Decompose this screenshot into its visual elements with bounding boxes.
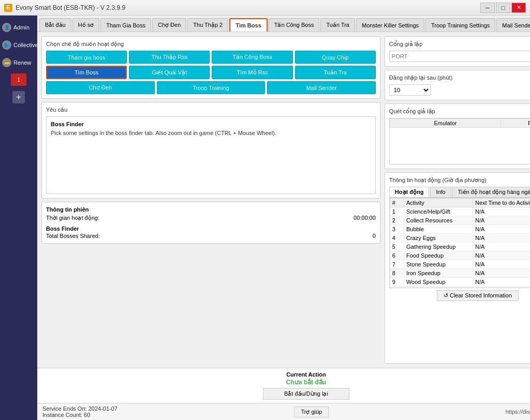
session-section: Thông tin phiên Thời gian hoạt động: 00:… (41, 202, 380, 244)
sidebar-label-collective: Collective (13, 42, 38, 48)
activity-col-activity: Activity (404, 199, 473, 207)
mode-btn-tim-boss[interactable]: Tìm Boss (46, 66, 127, 79)
req-title: Boss Finder (51, 121, 371, 127)
login-interval-select[interactable]: 10 15 20 30 (389, 84, 431, 96)
requirements-section: Yêu cầu Boss Finder Pick some settings i… (41, 102, 380, 199)
close-button[interactable]: ✕ (511, 3, 526, 13)
app-icon: E (4, 4, 12, 12)
tab-tan-cong-boss[interactable]: Tấn Công Boss (269, 18, 320, 32)
port-section-title: Cổng giả lập (389, 41, 530, 48)
activity-row: 4 Crazy Eggs N/A (390, 234, 530, 243)
activity-section-title: Thông tin hoạt động (Giờ địa phương) (389, 177, 530, 184)
sidebar-label-renew: Renew (13, 59, 31, 66)
minimize-button[interactable]: ─ (480, 3, 495, 13)
activity-row: 6 Food Speedup N/A (390, 251, 530, 260)
tab-ho-so[interactable]: Hồ sơ (72, 18, 100, 32)
admin-icon: 👤 (2, 23, 11, 32)
bf-bosses-label: Total Bosses Shared: (46, 233, 100, 239)
mode-btn-giet-quai-vat[interactable]: Giết Quái Vật (129, 66, 210, 79)
tab-mail-sender[interactable]: Mail Sender Settings (496, 18, 530, 32)
current-action-status: Chưa bắt đầu (41, 379, 530, 386)
footer: Service Ends On: 2024-01-07 Instance Cou… (37, 403, 530, 420)
activity-tabs: Hoạt động Info Tiến độ hoạt động hàng ng… (389, 187, 530, 198)
scan-col-emulator: Emulator (390, 119, 500, 128)
discord-link: https://discord.gg/rRthpfA (506, 409, 530, 415)
maximize-button[interactable]: □ (496, 3, 510, 13)
req-text: Pick some settings in the boss finder ta… (51, 129, 371, 137)
mode-btn-tim-mo-rss[interactable]: Tìm Mỏ Rss (212, 66, 292, 79)
mode-btn-tham-gia-boss[interactable]: Tham gia boss (46, 51, 127, 64)
activity-col-next: Next Time to do Activity (473, 199, 530, 207)
sidebar-number: 1 (11, 73, 26, 86)
sidebar-item-admin[interactable]: 👤 Admin (0, 20, 37, 35)
tab-troop-training[interactable]: Troop Training Settings (425, 18, 495, 32)
renew-icon: 💳 (2, 58, 11, 67)
mode-btn-cho-den[interactable]: Chợ Đen (46, 81, 155, 94)
service-ends: Service Ends On: 2024-01-07 (42, 406, 117, 412)
mode-section-title: Chọn chế độ muốn hoạt động (46, 41, 376, 48)
login-section: Đăng nhập lại sau (phút) 10 15 20 30 (385, 70, 530, 100)
mode-btn-troop-training[interactable]: Troop Training (157, 81, 266, 94)
title-bar: E Evony Smart Bot (ESB-TKR) - V 2.3.9.9 … (0, 0, 530, 16)
activity-row: 9 Wood Speedup N/A (390, 278, 530, 287)
requirements-box: Boss Finder Pick some settings in the bo… (46, 116, 376, 194)
activity-col-num: # (390, 199, 404, 207)
inner-tab-hoat-dong[interactable]: Hoạt động (389, 187, 430, 197)
current-action-label: Current Action (41, 371, 530, 378)
bf-title: Boss Finder (46, 226, 376, 232)
sidebar-add-button[interactable]: + (12, 91, 25, 103)
inner-tab-tien-do[interactable]: Tiến độ hoạt động hàng ngày (452, 187, 530, 197)
inner-tab-info[interactable]: Info (430, 187, 451, 197)
window-title: Evony Smart Bot (ESB-TKR) - V 2.3.9.9 (16, 4, 480, 11)
activity-row: 10 Viking Spawn N/A (390, 287, 530, 289)
mode-btn-mail-sender[interactable]: Mail Sender (267, 81, 376, 94)
instance-count: Instance Count: 60 (42, 412, 117, 418)
tab-tim-boss[interactable]: Tìm Boss (229, 18, 268, 32)
mode-btn-tuan-tra[interactable]: Tuần Tra (295, 66, 376, 79)
current-action-section: Current Action Chưa bắt đầu Bắt đầu/Dừng… (37, 368, 530, 403)
bf-bosses-value: 0 (373, 233, 376, 239)
start-stop-button[interactable]: Bắt đầu/Dừng lại (263, 388, 349, 400)
sidebar: 👤 Admin 👥 Collective 💳 Renew 1 + (0, 16, 37, 420)
mode-btn-thu-thap-rss[interactable]: Thu Thập Rss (129, 51, 210, 64)
clear-stored-button[interactable]: ↺ Clear Stored Information (437, 290, 519, 301)
activity-table-scroll[interactable]: # Activity Next Time to do Activity R 1 … (389, 198, 530, 288)
activity-section: Thông tin hoạt động (Giờ địa phương) Hoạ… (385, 172, 530, 364)
scan-empty-row (390, 128, 530, 159)
help-button[interactable]: Trợ giúp (294, 407, 329, 417)
tab-tham-gia-boss[interactable]: Tham Gia Boss (100, 18, 151, 32)
session-title: Thông tin phiên (46, 206, 376, 213)
window-controls: ─ □ ✕ (480, 3, 526, 13)
mode-btn-tan-cong-boss[interactable]: Tấn Công Boss (212, 51, 292, 64)
scan-col-port: Port (501, 119, 530, 128)
scan-section: Quét cổng giả lập Emulator Port (385, 103, 530, 169)
tab-tuan-tra[interactable]: Tuần Tra (320, 18, 355, 32)
activity-row: 3 Bubble N/A (390, 225, 530, 234)
port-section: Cổng giả lập (385, 36, 530, 67)
activity-row: 2 Collect Resources N/A (390, 216, 530, 225)
tab-bat-dau[interactable]: Bắt đầu (39, 18, 71, 32)
activity-row: 1 Science/Help/Gift N/A (390, 207, 530, 216)
activity-row: 8 Iron Speedup N/A (390, 269, 530, 278)
activity-row: 5 Gathering Speedup N/A (390, 243, 530, 251)
tab-thu-thap[interactable]: Thu Thập 2 (187, 18, 228, 32)
tab-monster-killer[interactable]: Monster Killer Settings (356, 18, 424, 32)
session-time-label: Thời gian hoạt động: (46, 215, 99, 221)
session-time-value: 00:00:00 (354, 215, 376, 221)
port-input[interactable] (389, 51, 530, 62)
scan-title: Quét cổng giả lập (389, 108, 530, 115)
login-section-title: Đăng nhập lại sau (phút) (389, 74, 530, 81)
tab-cho-den[interactable]: Chợ Đen (152, 18, 186, 32)
collective-icon: 👥 (2, 40, 11, 50)
tabs-bar: Bắt đầu Hồ sơ Tham Gia Boss Chợ Đen Thu … (37, 16, 530, 32)
sidebar-item-collective[interactable]: 👥 Collective (0, 37, 37, 53)
activity-row: 7 Stone Speedup N/A (390, 260, 530, 269)
sidebar-label-admin: Admin (13, 24, 30, 31)
requirements-label: Yêu cầu (46, 107, 376, 113)
mode-btn-quay-chip[interactable]: Quay Chip (295, 51, 376, 64)
mode-selection-section: Chọn chế độ muốn hoạt động Tham gia boss… (41, 36, 380, 99)
boss-finder-info: Boss Finder Total Bosses Shared: 0 (46, 226, 376, 239)
sidebar-item-renew[interactable]: 💳 Renew (0, 55, 37, 70)
